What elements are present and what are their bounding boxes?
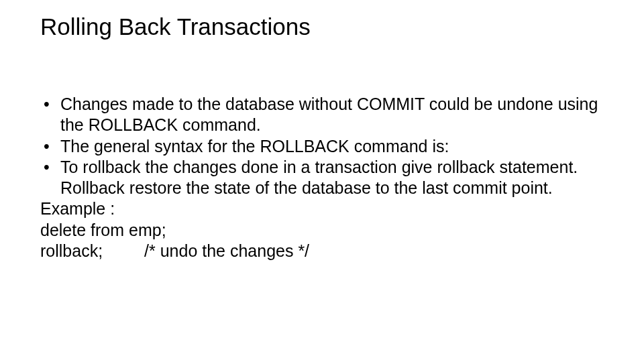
example-label: Example : bbox=[40, 198, 604, 219]
code-rollback-cmd: rollback; bbox=[40, 241, 103, 261]
slide-body: Changes made to the database without COM… bbox=[40, 94, 604, 261]
code-line-2: rollback; /* undo the changes */ bbox=[40, 241, 604, 261]
code-rollback-comment: /* undo the changes */ bbox=[144, 241, 309, 261]
bullet-2: The general syntax for the ROLLBACK comm… bbox=[40, 136, 604, 157]
bullet-3: To rollback the changes done in a transa… bbox=[40, 157, 604, 199]
code-line-1: delete from emp; bbox=[40, 220, 604, 241]
slide-title: Rolling Back Transactions bbox=[40, 13, 311, 40]
bullet-1: Changes made to the database without COM… bbox=[40, 94, 604, 136]
slide: Rolling Back Transactions Changes made t… bbox=[0, 0, 644, 362]
